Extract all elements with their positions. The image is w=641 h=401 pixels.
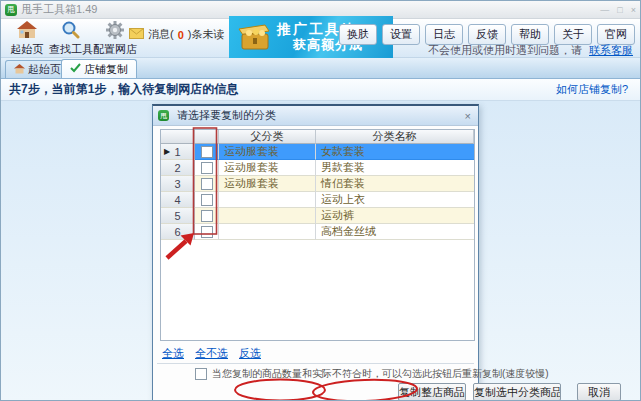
tab-label: 起始页 xyxy=(28,62,61,77)
toolbar-item-label: 查找工具 xyxy=(49,42,93,57)
minimize-icon[interactable]: — xyxy=(600,5,609,15)
cancel-button[interactable]: 取消 xyxy=(577,383,621,401)
message-unread-count: 0 xyxy=(178,29,184,41)
row-header: 5 xyxy=(161,208,195,224)
table-row[interactable]: 2 运动服套装 男款套装 xyxy=(161,160,474,176)
row-checkbox[interactable] xyxy=(201,146,213,158)
recopy-label: 当您复制的商品数量和实际不符合时，可以勾选此按钮后重新复制(速度较慢) xyxy=(212,367,549,381)
toolbar-item-label: 配置网店 xyxy=(93,42,137,57)
table-row[interactable]: ▶ 1 运动服套装 女款套装 xyxy=(161,144,474,160)
row-checkbox[interactable] xyxy=(201,178,213,190)
table-row[interactable]: 3 运动服套装 情侣套装 xyxy=(161,176,474,192)
close-icon[interactable]: × xyxy=(631,5,636,15)
cell-parent: 运动服套装 xyxy=(219,144,316,160)
row-header: 4 xyxy=(161,192,195,208)
select-category-dialog: 甩 请选择要复制的分类 × 父分类 分类名称 ▶ 1 运动服套装 女款套装 xyxy=(152,104,479,401)
change-skin-button[interactable]: 换肤 xyxy=(339,24,377,45)
treasure-chest-icon xyxy=(235,19,273,55)
home-tab-icon xyxy=(14,64,25,76)
header-category-name: 分类名称 xyxy=(316,130,474,144)
maximize-icon[interactable]: □ xyxy=(617,5,622,15)
cell-name: 情侣套装 xyxy=(316,176,474,192)
window-title: 甩手工具箱1.49 xyxy=(21,2,97,17)
table-row[interactable]: 4 运动上衣 xyxy=(161,192,474,208)
official-site-button[interactable]: 官网 xyxy=(597,24,635,45)
dialog-title: 请选择要复制的分类 xyxy=(177,108,276,123)
row-checkbox[interactable] xyxy=(201,194,213,206)
cell-parent xyxy=(219,224,316,240)
category-table: 父分类 分类名称 ▶ 1 运动服套装 女款套装 2 运动服套装 男款套装 3 xyxy=(160,129,475,341)
settings-button[interactable]: 设置 xyxy=(382,24,420,45)
cell-parent: 运动服套装 xyxy=(219,176,316,192)
recopy-checkbox[interactable] xyxy=(195,368,207,380)
cell-parent xyxy=(219,192,316,208)
about-button[interactable]: 关于 xyxy=(554,24,592,45)
table-header-row: 父分类 分类名称 xyxy=(161,130,474,144)
select-all-link[interactable]: 全选 xyxy=(162,346,184,361)
divider xyxy=(157,363,474,364)
top-button-group: 换肤 设置 日志 反馈 帮助 关于 官网 xyxy=(339,24,635,45)
row-checkbox[interactable] xyxy=(201,210,213,222)
toolbar-item-search-tool[interactable]: 查找工具 xyxy=(49,21,93,57)
check-pencil-icon xyxy=(70,63,81,75)
row-header: 2 xyxy=(161,160,195,176)
header-parent-category: 父分类 xyxy=(219,130,316,144)
header-rowhead xyxy=(161,130,195,144)
dialog-title-bar: 甩 请选择要复制的分类 × xyxy=(153,106,478,126)
cell-name: 男款套装 xyxy=(316,160,474,176)
message-text-prefix: 消息( xyxy=(148,27,174,42)
message-text-suffix: )条未读 xyxy=(188,27,225,42)
how-to-copy-link[interactable]: 如何店铺复制? xyxy=(556,82,628,97)
row-checkbox[interactable] xyxy=(201,226,213,238)
row-header: 6 xyxy=(161,224,195,240)
help-text: 不会使用或使用时遇到问题，请 xyxy=(428,44,582,56)
cell-name: 运动裤 xyxy=(316,208,474,224)
main-toolbar: 起始页 查找工具 xyxy=(1,19,640,58)
dialog-close-icon[interactable]: × xyxy=(463,110,473,122)
cell-name: 高档金丝绒 xyxy=(316,224,474,240)
cell-name: 运动上衣 xyxy=(316,192,474,208)
cell-name: 女款套装 xyxy=(316,144,474,160)
dialog-app-icon: 甩 xyxy=(158,110,169,121)
copy-whole-shop-button[interactable]: 复制整店商品 xyxy=(398,383,466,401)
tab-label: 店铺复制 xyxy=(84,62,128,77)
gear-icon xyxy=(106,21,124,41)
current-row-arrow-icon: ▶ xyxy=(164,147,170,156)
table-row[interactable]: 5 运动裤 xyxy=(161,208,474,224)
table-row[interactable]: 6 高档金丝绒 xyxy=(161,224,474,240)
envelope-icon xyxy=(129,28,144,41)
app-window: 甩 甩手工具箱1.49 — □ × 起始页 xyxy=(0,0,641,401)
selection-links: 全选 全不选 反选 xyxy=(162,346,261,361)
home-icon xyxy=(16,21,38,41)
help-button[interactable]: 帮助 xyxy=(511,24,549,45)
tab-shop-copy[interactable]: 店铺复制 xyxy=(61,59,137,78)
feedback-button[interactable]: 反馈 xyxy=(468,24,506,45)
select-none-link[interactable]: 全不选 xyxy=(195,346,228,361)
message-indicator[interactable]: 消息( 0 )条未读 xyxy=(129,27,224,42)
row-header: ▶ 1 xyxy=(161,144,195,160)
toolbar-item-label: 起始页 xyxy=(5,42,49,57)
recopy-option: 当您复制的商品数量和实际不符合时，可以勾选此按钮后重新复制(速度较慢) xyxy=(195,367,549,381)
row-checkbox[interactable] xyxy=(201,162,213,174)
cell-parent xyxy=(219,208,316,224)
cell-parent: 运动服套装 xyxy=(219,160,316,176)
tab-bar: 起始页 店铺复制 xyxy=(1,58,640,79)
contact-support-link[interactable]: 联系客服 xyxy=(589,44,633,56)
step-bar: 共7步，当前第1步，输入待复制网店的信息 如何店铺复制? xyxy=(1,79,640,101)
copy-selected-categories-button[interactable]: 复制选中分类商品 xyxy=(473,383,561,401)
row-header: 3 xyxy=(161,176,195,192)
header-checkbox-col xyxy=(195,130,219,144)
toolbar-item-home[interactable]: 起始页 xyxy=(5,21,49,57)
invert-selection-link[interactable]: 反选 xyxy=(239,346,261,361)
log-button[interactable]: 日志 xyxy=(425,24,463,45)
search-icon xyxy=(61,21,81,41)
step-text: 共7步，当前第1步，输入待复制网店的信息 xyxy=(9,81,238,98)
app-icon: 甩 xyxy=(5,4,17,16)
